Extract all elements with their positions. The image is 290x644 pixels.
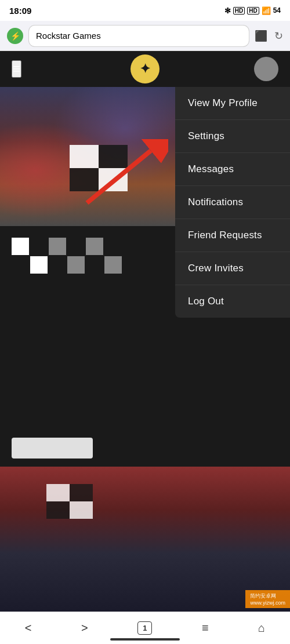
menu-icon: ≡	[202, 621, 209, 635]
status-time: 18:09	[9, 6, 31, 16]
forward-button[interactable]: >	[72, 617, 97, 639]
lower-title-bar	[12, 438, 93, 459]
url-text: Rockstar Games	[36, 31, 101, 41]
url-bar[interactable]: Rockstar Games	[29, 26, 249, 46]
checker-cell	[12, 256, 29, 274]
censor-block-1	[70, 145, 99, 168]
checker-pattern	[12, 238, 116, 284]
rockstar-star-icon: ✦	[140, 61, 150, 77]
hero-image	[0, 87, 179, 226]
checker-cell	[12, 238, 29, 255]
bluetooth-icon: ✻	[224, 6, 231, 15]
page-indicator[interactable]: 1	[128, 617, 161, 639]
bottom-home-indicator	[110, 638, 180, 641]
dropdown-item-log-out[interactable]: Log Out	[175, 285, 290, 318]
wifi-icon: 📶	[262, 6, 271, 15]
checker-cell	[67, 256, 85, 274]
refresh-button[interactable]: ↻	[274, 30, 283, 42]
browser-bar: ⚡ Rockstar Games ⬛ ↻	[0, 21, 290, 51]
home-icon: ⌂	[258, 621, 265, 635]
lower-censor-2	[70, 484, 93, 501]
dropdown-item-friend-requests[interactable]: Friend Requests	[175, 219, 290, 252]
back-button[interactable]: <	[16, 617, 41, 639]
dropdown-menu: View My Profile Settings Messages Notifi…	[175, 87, 290, 318]
rockstar-logo: ✦	[130, 54, 160, 83]
checker-cell	[104, 256, 122, 274]
page-number: 1	[137, 621, 152, 635]
censor-block-3	[99, 168, 128, 191]
lower-censor-1	[46, 484, 70, 501]
hd-icon-1: HD	[233, 7, 245, 14]
checker-cell	[30, 256, 48, 274]
checker-cell	[30, 238, 48, 255]
checker-cell	[49, 256, 66, 274]
watermark-line2: www.yizwj.com	[250, 600, 285, 606]
watermark: 简约安卓网 www.yizwj.com	[245, 590, 290, 608]
lower-section	[0, 426, 290, 612]
browser-logo-icon: ⚡	[10, 31, 20, 41]
status-icons: ✻ HD HD 📶 54	[224, 6, 281, 15]
user-avatar[interactable]	[254, 57, 278, 81]
hamburger-icon: ≡	[13, 61, 20, 76]
browser-logo: ⚡	[7, 28, 23, 44]
checker-cell	[104, 238, 122, 255]
status-bar: 18:09 ✻ HD HD 📶 54	[0, 0, 290, 21]
checker-cell	[86, 256, 103, 274]
hd-icon-2: HD	[247, 7, 259, 14]
bookmark-button[interactable]: ⬛	[255, 30, 267, 42]
checker-cell	[86, 238, 103, 255]
rockstar-header: ≡ ✦	[0, 51, 290, 87]
dropdown-item-settings[interactable]: Settings	[175, 120, 290, 153]
battery-indicator: 54	[273, 6, 281, 14]
hamburger-button[interactable]: ≡	[12, 60, 21, 78]
lower-censor-4	[70, 501, 93, 519]
home-button[interactable]: ⌂	[249, 617, 274, 639]
back-icon: <	[25, 621, 32, 635]
lower-censor-3	[46, 501, 70, 519]
censor-block-4	[70, 168, 99, 191]
main-content: ≡ ✦	[0, 51, 290, 612]
browser-actions: ⬛ ↻	[255, 30, 283, 42]
menu-button[interactable]: ≡	[193, 617, 218, 639]
dropdown-item-messages[interactable]: Messages	[175, 153, 290, 186]
bottom-nav: < > 1 ≡ ⌂	[0, 612, 290, 644]
dropdown-item-view-profile[interactable]: View My Profile	[175, 87, 290, 120]
forward-icon: >	[81, 621, 88, 635]
dropdown-item-crew-invites[interactable]: Crew Invites	[175, 252, 290, 285]
watermark-line1: 简约安卓网	[250, 592, 285, 600]
censor-block-2	[99, 145, 128, 168]
dropdown-item-notifications[interactable]: Notifications	[175, 186, 290, 219]
checker-cell	[49, 238, 66, 255]
page-content: View My Profile Settings Messages Notifi…	[0, 87, 290, 612]
checker-cell	[67, 238, 85, 255]
